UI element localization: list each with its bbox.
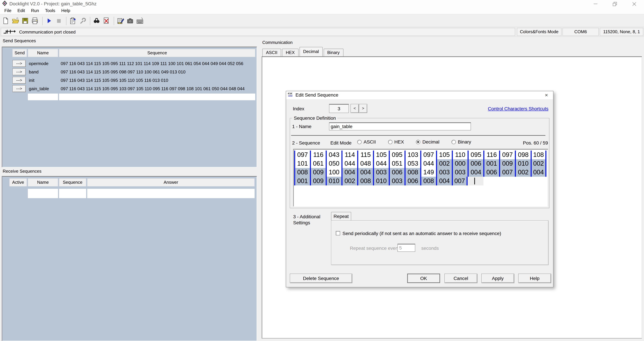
sequence-byte-cell[interactable]: 003 [389,177,404,186]
edit-mode-decimal[interactable]: Decimal [416,139,440,144]
index-field[interactable]: 3 [329,104,349,113]
edit-send-sequences-button[interactable] [116,16,126,26]
close-button[interactable] [624,0,644,7]
sequence-byte-cell[interactable]: 004 [531,168,546,177]
sequence-byte-cell[interactable]: 004 [468,168,483,177]
column-header-active[interactable]: Active [10,178,27,186]
status-port[interactable]: COM6 [562,28,599,36]
tab-hex[interactable]: HEX [282,48,298,56]
sequence-byte-cell[interactable]: 008 [357,177,373,186]
control-characters-shortcuts-link[interactable]: Control Characters Shortcuts [488,106,548,111]
sequence-byte-cell[interactable]: 101 [294,159,310,168]
edit-mode-ascii[interactable]: ASCII [357,139,376,144]
sequence-byte-cell[interactable]: 043 [326,150,342,159]
sequence-byte-cell[interactable]: 003 [436,168,452,177]
sequence-byte-cell[interactable]: 002 [515,168,531,177]
sequence-name[interactable]: opermode [29,60,60,67]
menu-file[interactable]: File [1,7,14,14]
send-sequence-button[interactable]: ---> [12,85,26,92]
sequence-byte-cell[interactable]: 009 [310,177,326,186]
sequence-bytes[interactable]: 097 116 043 114 115 105 095 111 112 101 … [61,60,254,67]
menu-help[interactable]: Help [58,7,73,14]
sequence-byte-cell[interactable]: 002 [342,177,357,186]
sequence-byte-cell[interactable]: 006 [483,168,499,177]
column-header-name[interactable]: Name [28,49,58,57]
sequence-byte-cell[interactable]: 002 [436,159,452,168]
column-header-send[interactable]: Send [12,49,27,57]
sequence-byte-cell[interactable]: 004 [436,177,452,186]
sequence-byte-cell[interactable]: 103 [404,150,420,159]
delete-sequence-button[interactable]: Delete Sequence [290,274,352,283]
new-sequence-bytes-cell[interactable] [59,94,255,100]
menu-run[interactable]: Run [28,7,42,14]
sequence-byte-cell[interactable]: 044 [342,159,357,168]
new-receive-sequence-cell[interactable] [59,189,86,198]
edit-mode-hex[interactable]: HEX [388,139,404,144]
column-header-sequence[interactable]: Sequence [59,49,255,57]
column-header-sequence[interactable]: Sequence [59,178,86,186]
stop-communication-button[interactable] [54,16,64,26]
sequence-byte-cell[interactable]: 009 [499,159,515,168]
sequence-byte-cell[interactable]: 007 [452,177,468,186]
keyboard-console-button[interactable] [136,16,145,26]
dialog-close-icon[interactable]: × [542,92,551,98]
menu-tools[interactable]: Tools [42,7,58,14]
minimize-button[interactable] [586,0,605,7]
sequence-byte-cell[interactable]: 100 [326,168,342,177]
snapshot-camera-button[interactable] [126,16,136,26]
sequence-byte-cell[interactable]: 105 [436,150,452,159]
tab-binary[interactable]: Binary [324,48,343,56]
sequence-byte-cell[interactable]: 006 [389,168,404,177]
sequence-byte-cell[interactable]: 001 [483,159,499,168]
send-sequence-button[interactable]: ---> [12,77,26,84]
sequence-byte-cell[interactable]: 008 [294,168,310,177]
sequence-byte-cell[interactable]: 044 [420,159,436,168]
save-project-button[interactable] [21,16,30,26]
sequence-byte-cell[interactable]: 116 [483,150,499,159]
sequence-byte-cell[interactable]: 053 [404,159,420,168]
clear-communication-button[interactable] [102,16,112,26]
sequence-byte-cell[interactable]: 051 [389,159,404,168]
tab-repeat[interactable]: Repeat [331,212,351,221]
cancel-button[interactable]: Cancel [444,274,477,283]
apply-button[interactable]: Apply [481,274,514,283]
sequence-byte-cell[interactable]: 050 [326,159,342,168]
name-input[interactable]: gain_table [329,122,471,130]
new-file-button[interactable] [1,16,11,26]
send-periodically-checkbox[interactable] [336,231,340,236]
sequence-byte-cell[interactable]: 008 [404,168,420,177]
sequence-byte-cell[interactable]: 009 [310,168,326,177]
tab-ascii[interactable]: ASCII [262,48,281,56]
index-next-button[interactable]: > [359,104,367,113]
sequence-byte-cell[interactable]: 010 [373,177,389,186]
status-params[interactable]: 115200, None, 8, 1 [600,28,643,36]
send-sequence-button[interactable]: ---> [12,60,26,67]
sequence-byte-cell[interactable]: 006 [404,177,420,186]
sequence-byte-cell[interactable]: 114 [342,150,357,159]
sequence-byte-cell[interactable]: 000 [452,159,468,168]
sequence-byte-cell[interactable]: 001 [294,177,310,186]
ok-button[interactable]: OK [407,274,440,283]
status-mode[interactable]: Colors&Fonts Mode [517,28,562,36]
sequence-byte-cell[interactable]: 097 [420,150,436,159]
sequence-byte-cell[interactable]: 004 [357,168,373,177]
sequence-byte-cell[interactable]: 008 [420,177,436,186]
find-button[interactable] [92,16,102,26]
dialog-title-bar[interactable]: 0C10C11010 Edit Send Sequence × [286,91,553,99]
options-wrench-button[interactable] [78,16,88,26]
open-project-button[interactable] [11,16,21,26]
sequence-byte-cell[interactable]: 095 [389,150,404,159]
sequence-byte-cell[interactable]: 006 [468,159,483,168]
menu-edit[interactable]: Edit [14,7,28,14]
edit-mode-binary[interactable]: Binary [452,139,471,144]
sequence-byte-cell[interactable]: 002 [531,159,546,168]
sequence-byte-cell[interactable]: 010 [326,177,342,186]
sequence-byte-cell[interactable]: 095 [468,150,483,159]
sequence-byte-cell[interactable]: 149 [420,168,436,177]
sequence-name[interactable]: init [29,77,60,84]
restore-button[interactable] [605,0,624,7]
help-button[interactable]: Help [518,274,551,283]
sequence-byte-cell[interactable]: 097 [294,150,310,159]
sequence-byte-cell[interactable]: 003 [373,168,389,177]
sequence-byte-cell[interactable]: 105 [373,150,389,159]
